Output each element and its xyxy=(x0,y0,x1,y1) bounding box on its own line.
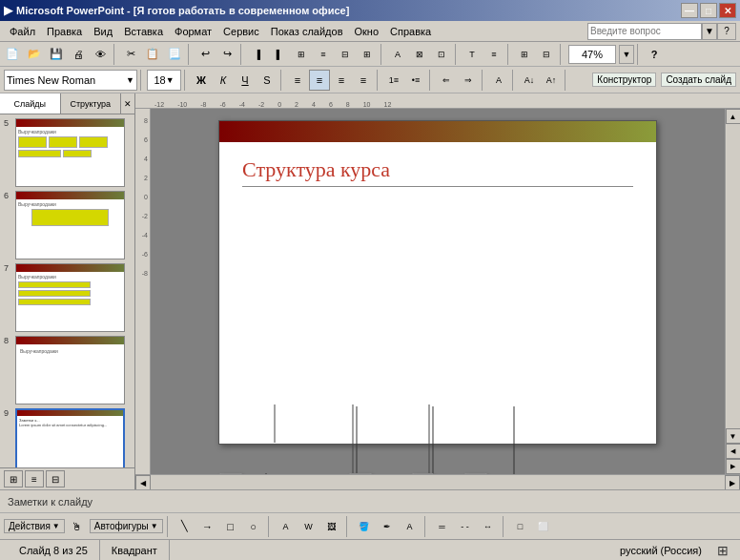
save-btn[interactable]: 💾 xyxy=(46,44,67,65)
cut-btn[interactable]: ✂ xyxy=(120,44,141,65)
undo-btn[interactable]: ↩ xyxy=(195,44,216,65)
arrow-style-btn[interactable]: ↔ xyxy=(478,516,499,537)
font-selector[interactable]: Times New Roman ▼ xyxy=(4,70,137,91)
scroll-right-btn[interactable]: ▶ xyxy=(725,475,740,489)
align-center-btn[interactable]: ≡ xyxy=(309,70,330,91)
tb-btn-c[interactable]: ⊞ xyxy=(291,44,312,65)
copy-btn[interactable]: 📋 xyxy=(142,44,163,65)
increase-indent-btn[interactable]: ⇒ xyxy=(458,70,479,91)
panel-close-btn[interactable]: ✕ xyxy=(121,93,134,114)
increase-font-btn[interactable]: A↑ xyxy=(541,70,562,91)
menu-insert[interactable]: Вставка xyxy=(118,24,169,39)
tb-btn-b[interactable]: ▌ xyxy=(269,44,290,65)
scroll-prev-page-btn[interactable]: ◀ xyxy=(726,444,741,459)
tb-btn-a[interactable]: ▐ xyxy=(247,44,268,65)
ellipse-tool[interactable]: ○ xyxy=(243,516,264,537)
actions-btn[interactable]: Действия ▼ xyxy=(4,519,65,533)
menu-tools[interactable]: Сервис xyxy=(217,24,265,39)
menu-slideshow[interactable]: Показ слайдов xyxy=(265,24,349,39)
tb-btn-l[interactable]: ⊞ xyxy=(514,44,535,65)
tb-btn-d[interactable]: ≡ xyxy=(313,44,334,65)
scroll-left-btn[interactable]: ◀ xyxy=(135,475,151,489)
tb-btn-h[interactable]: ⊠ xyxy=(409,44,430,65)
scroll-next-page-btn[interactable]: ▶ xyxy=(726,459,741,474)
scroll-down-btn[interactable]: ▼ xyxy=(726,428,741,444)
tb-btn-g[interactable]: A xyxy=(387,44,408,65)
menu-view[interactable]: Вид xyxy=(88,24,118,39)
bullets-btn[interactable]: •≡ xyxy=(405,70,426,91)
shadow-tool[interactable]: □ xyxy=(510,516,531,537)
bold-btn[interactable]: Ж xyxy=(191,70,212,91)
italic-btn[interactable]: К xyxy=(213,70,234,91)
line-style-btn[interactable]: ═ xyxy=(432,516,453,537)
help-btn[interactable]: ? xyxy=(717,23,736,40)
sorter-view-btn[interactable]: ⊟ xyxy=(46,470,65,487)
menu-format[interactable]: Формат xyxy=(169,24,217,39)
print-btn[interactable]: 🖨 xyxy=(68,44,89,65)
help-toolbar-btn[interactable]: ? xyxy=(644,44,665,65)
notes-label[interactable]: Заметки к слайду xyxy=(8,496,92,508)
autoshapes-btn[interactable]: Автофигуры ▼ xyxy=(90,519,163,533)
preview-btn[interactable]: 👁 xyxy=(90,44,111,65)
scroll-track-v[interactable] xyxy=(727,124,740,428)
redo-btn[interactable]: ↪ xyxy=(216,44,237,65)
wordart-tool[interactable]: W xyxy=(298,516,319,537)
line-tool[interactable]: ╲ xyxy=(175,516,195,537)
maximize-btn[interactable]: □ xyxy=(700,3,717,18)
line-color-btn[interactable]: ✒ xyxy=(377,516,398,537)
shadow-btn[interactable]: S xyxy=(257,70,278,91)
underline-btn[interactable]: Ч xyxy=(235,70,256,91)
fill-color-btn[interactable]: 🪣 xyxy=(354,516,375,537)
menu-edit[interactable]: Правка xyxy=(41,24,88,39)
tb-btn-e[interactable]: ⊟ xyxy=(335,44,356,65)
align-left-btn[interactable]: ≡ xyxy=(287,70,308,91)
zoom-dropdown-btn[interactable]: ▼ xyxy=(619,45,634,64)
menu-window[interactable]: Окно xyxy=(349,24,385,39)
tb-btn-k[interactable]: ≡ xyxy=(483,44,504,65)
search-dropdown-icon[interactable]: ▼ xyxy=(702,23,717,40)
tb-btn-i[interactable]: ⊡ xyxy=(431,44,452,65)
slide-title[interactable]: Структура курса xyxy=(242,157,633,182)
cursor-btn[interactable]: 🖱 xyxy=(67,516,88,537)
slide-thumb-8[interactable]: Выручкапродажи xyxy=(15,336,125,404)
new-btn[interactable]: 📄 xyxy=(2,44,23,65)
menu-help[interactable]: Справка xyxy=(384,24,437,39)
justify-btn[interactable]: ≡ xyxy=(353,70,374,91)
decrease-font-btn[interactable]: A↓ xyxy=(519,70,540,91)
design-btn[interactable]: Конструктор xyxy=(592,73,656,87)
clipart-tool[interactable]: 🖼 xyxy=(321,516,342,537)
outline-view-btn[interactable]: ≡ xyxy=(25,470,44,487)
tb-btn-m[interactable]: ⊟ xyxy=(536,44,557,65)
font-size-selector[interactable]: 18 ▼ xyxy=(147,70,181,91)
decrease-indent-btn[interactable]: ⇐ xyxy=(436,70,457,91)
scroll-track-h[interactable] xyxy=(151,475,725,489)
3d-tool[interactable]: ⬜ xyxy=(533,516,554,537)
search-input[interactable] xyxy=(587,23,702,40)
new-slide-btn[interactable]: Создать слайд xyxy=(661,73,736,87)
dash-style-btn[interactable]: - - xyxy=(455,516,476,537)
minimize-btn[interactable]: — xyxy=(681,3,698,18)
paste-btn[interactable]: 📃 xyxy=(164,44,185,65)
slide-thumb-6[interactable]: Выручкапродажи xyxy=(15,191,125,259)
tb-btn-j[interactable]: Т xyxy=(462,44,483,65)
arrow-tool[interactable]: → xyxy=(197,516,218,537)
slide-thumb-7[interactable]: Выручкапродажи xyxy=(15,263,125,332)
scroll-up-btn[interactable]: ▲ xyxy=(726,109,741,124)
font-color-btn[interactable]: A xyxy=(488,70,509,91)
normal-view-btn[interactable]: ⊞ xyxy=(4,470,23,487)
slide-canvas[interactable]: Структура курса xyxy=(218,120,657,445)
align-right-btn[interactable]: ≡ xyxy=(331,70,352,91)
rect-tool[interactable]: □ xyxy=(220,516,241,537)
tab-slides[interactable]: Слайды xyxy=(0,93,61,114)
slide-thumb-9[interactable]: Заметки к... Lorem ipsum dolor sit amet … xyxy=(15,408,125,467)
close-btn[interactable]: ✕ xyxy=(719,3,736,18)
tab-structure[interactable]: Структура xyxy=(61,93,122,114)
textbox-tool[interactable]: A xyxy=(276,516,297,537)
numbering-btn[interactable]: 1≡ xyxy=(383,70,404,91)
tb-btn-f[interactable]: ⊞ xyxy=(357,44,378,65)
slide-thumb-5[interactable]: Выручкапродажи xyxy=(15,118,125,187)
menu-file[interactable]: Файл xyxy=(4,24,41,39)
font-color-draw-btn[interactable]: A xyxy=(400,516,421,537)
open-btn[interactable]: 📂 xyxy=(24,44,45,65)
status-icon[interactable]: ⊞ xyxy=(713,540,732,560)
